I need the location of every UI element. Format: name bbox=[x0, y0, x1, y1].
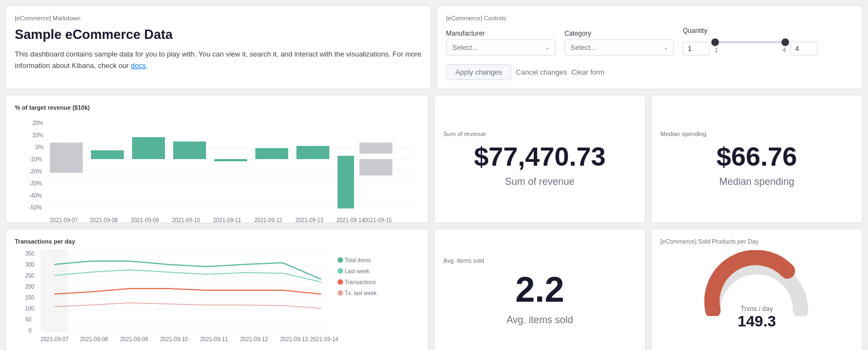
bar-chart-panel: % of target revenue ($10k) 20% 10% 0% -1… bbox=[5, 95, 429, 223]
bar-7-top bbox=[338, 156, 354, 159]
bar-3 bbox=[173, 142, 206, 159]
x-label-4: 2021-09-11 bbox=[213, 217, 242, 223]
bg-band bbox=[41, 249, 68, 332]
bar-0-top bbox=[50, 143, 83, 159]
bar-6 bbox=[296, 146, 329, 159]
legend-lastweek-dot bbox=[338, 268, 343, 274]
quantity-label: Quantity bbox=[683, 27, 818, 35]
gauge-text: Trxns / day 149.3 bbox=[738, 305, 776, 330]
controls-panel-title: [eCommerce] Controls bbox=[446, 15, 853, 21]
avg-items-value: 2.2 bbox=[516, 269, 564, 310]
quantity-min-input[interactable]: 1 bbox=[683, 42, 710, 55]
x-label-5: 2021-09-12 bbox=[254, 217, 283, 223]
transactions-line bbox=[54, 289, 321, 294]
median-spending-value: $66.76 bbox=[717, 143, 797, 172]
legend-txlw-label: Tx. last week bbox=[345, 290, 377, 296]
bar-0-bot bbox=[50, 159, 83, 173]
category-label: Category bbox=[564, 30, 674, 37]
bar-8-top bbox=[359, 143, 392, 154]
tx-1: 2021-09-08 bbox=[80, 336, 108, 342]
markdown-body: This dashboard contains sample data for … bbox=[15, 49, 422, 72]
sum-revenue-value: $77,470.73 bbox=[474, 143, 606, 172]
ty-100: 100 bbox=[25, 306, 35, 312]
controls-panel: [eCommerce] Controls Manufacturer Select… bbox=[437, 5, 863, 89]
tx-6: 2021-09-13 bbox=[280, 336, 309, 342]
manufacturer-group: Manufacturer Select... ⌄ bbox=[446, 30, 556, 55]
controls-row: Manufacturer Select... ⌄ Category Select… bbox=[446, 27, 853, 55]
bar-5 bbox=[255, 148, 288, 159]
sum-revenue-label: Sum of revenue bbox=[505, 176, 574, 188]
sold-products-panel: [eCommerce] Sold Products per Day Trxns … bbox=[651, 229, 863, 350]
ty-200: 200 bbox=[25, 284, 35, 290]
ty-300: 300 bbox=[25, 262, 35, 268]
transactions-svg: 350 300 250 200 150 100 50 0 bbox=[15, 249, 419, 345]
y-label-0: 0% bbox=[36, 144, 44, 150]
clear-form-button[interactable]: Clear form bbox=[572, 68, 605, 76]
transactions-chart: 350 300 250 200 150 100 50 0 bbox=[15, 249, 419, 345]
avg-items-title: Avg. items sold bbox=[443, 257, 484, 264]
bar-chart-title: % of target revenue ($10k) bbox=[15, 104, 419, 111]
tx-2: 2021-09-09 bbox=[120, 336, 149, 342]
ty-250: 250 bbox=[25, 273, 35, 279]
apply-changes-button[interactable]: Apply changes bbox=[446, 64, 511, 80]
tx-lastweek-line bbox=[54, 303, 321, 308]
gauge-sub-label: Trxns / day bbox=[738, 305, 776, 313]
markdown-panel: [eCommerce] Markdown Sample eCommerce Da… bbox=[5, 5, 431, 89]
manufacturer-label: Manufacturer bbox=[446, 30, 556, 37]
legend-total-label: Total items bbox=[345, 257, 371, 263]
last-week-line bbox=[54, 270, 321, 282]
quantity-slider[interactable]: 1 4 bbox=[715, 37, 786, 53]
tx-4: 2021-09-11 bbox=[200, 336, 229, 342]
gauge-fill-arc bbox=[712, 257, 787, 311]
bar-7-bot bbox=[338, 159, 354, 208]
legend-lastweek-label: Last week bbox=[345, 268, 370, 274]
tx-5: 2021-09-12 bbox=[240, 336, 269, 342]
ty-50: 50 bbox=[25, 317, 32, 323]
median-spending-title: Median spending bbox=[660, 131, 706, 137]
sum-revenue-panel: Sum of revenue $77,470.73 Sum of revenue bbox=[434, 95, 646, 223]
markdown-panel-title: [eCommerce] Markdown bbox=[15, 15, 422, 21]
y-label-n40: -40% bbox=[29, 193, 42, 199]
markdown-heading: Sample eCommerce Data bbox=[15, 27, 422, 42]
docs-link[interactable]: docs bbox=[131, 61, 146, 70]
manufacturer-placeholder: Select... bbox=[452, 43, 478, 52]
median-spending-label: Median spending bbox=[719, 176, 794, 188]
ty-0: 0 bbox=[28, 328, 32, 334]
avg-items-label: Avg. items sold bbox=[506, 314, 573, 326]
bar-4 bbox=[214, 159, 247, 161]
category-select[interactable]: Select... ⌄ bbox=[564, 39, 674, 55]
tx-0: 2021-09-07 bbox=[41, 336, 69, 342]
bar-chart-svg: 20% 10% 0% -10% -20% -30% -40% -50% bbox=[15, 115, 419, 225]
slider-right-thumb[interactable] bbox=[781, 38, 789, 46]
x-label-3: 2021-09-10 bbox=[172, 217, 201, 223]
y-label-n10: -10% bbox=[29, 156, 42, 162]
quantity-max-input[interactable]: 4 bbox=[790, 42, 818, 55]
gauge-container: Trxns / day 149.3 bbox=[660, 250, 853, 330]
transactions-title: Transactions per day bbox=[15, 238, 419, 245]
y-label-n20: -20% bbox=[29, 168, 42, 174]
quantity-group: Quantity 1 1 4 bbox=[683, 27, 818, 55]
x-label-7: 2021-09-14 bbox=[336, 217, 365, 223]
median-spending-panel: Median spending $66.76 Median spending bbox=[651, 95, 863, 223]
category-chevron-icon: ⌄ bbox=[664, 44, 668, 50]
slider-min-label: 1 bbox=[715, 47, 718, 53]
category-group: Category Select... ⌄ bbox=[564, 30, 674, 55]
bar-1 bbox=[91, 150, 124, 159]
sum-revenue-title: Sum of revenue bbox=[443, 131, 486, 137]
tx-3: 2021-09-10 bbox=[160, 336, 189, 342]
avg-items-panel: Avg. items sold 2.2 Avg. items sold bbox=[434, 229, 646, 350]
x-label-0: 2021-09-07 bbox=[50, 217, 78, 223]
gauge-value: 149.3 bbox=[738, 313, 776, 330]
actions-row: Apply changes Cancel changes Clear form bbox=[446, 64, 853, 80]
legend-total-dot bbox=[338, 257, 343, 263]
manufacturer-select[interactable]: Select... ⌄ bbox=[446, 39, 556, 55]
x-label-2: 2021-09-09 bbox=[131, 217, 159, 223]
y-label-20: 20% bbox=[32, 120, 43, 126]
manufacturer-chevron-icon: ⌄ bbox=[545, 44, 550, 50]
markdown-desc: This dashboard contains sample data for … bbox=[15, 50, 421, 70]
y-label-10: 10% bbox=[32, 132, 43, 138]
cancel-changes-button[interactable]: Cancel changes bbox=[516, 68, 567, 76]
legend-txlw-dot bbox=[338, 290, 343, 296]
slider-left-thumb[interactable] bbox=[711, 38, 719, 46]
category-placeholder: Select... bbox=[570, 43, 596, 52]
